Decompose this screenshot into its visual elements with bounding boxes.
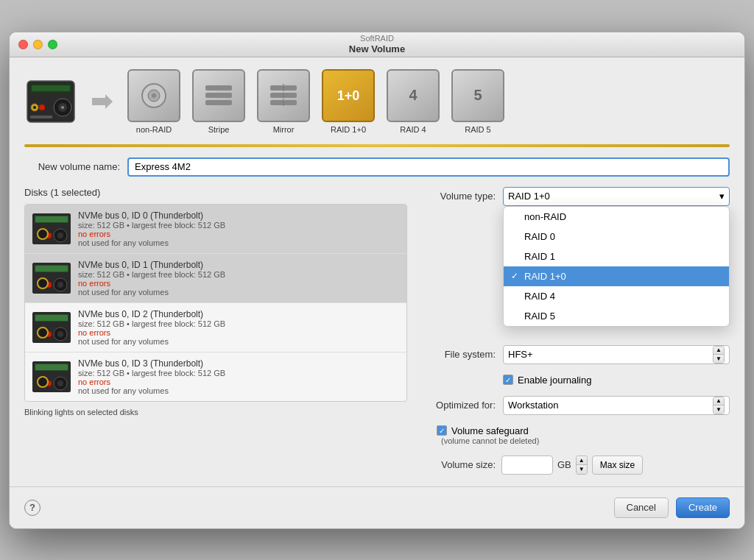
optimized-for-label: Optimized for:: [422, 400, 496, 411]
disk-info-1: NVMe bus 0, ID 1 (Thunderbolt) size: 512…: [78, 260, 399, 297]
svg-point-54: [40, 382, 43, 385]
svg-rect-42: [35, 315, 68, 321]
dd-label-raid0: RAID 0: [524, 231, 555, 242]
file-system-select[interactable]: HFS+ ▲ ▼: [503, 345, 730, 364]
disk-volumes-0: not used for any volumes: [78, 238, 399, 247]
dd-label-raid5: RAID 5: [524, 311, 555, 322]
disk-item-0[interactable]: NVMe bus 0, ID 0 (Thunderbolt) size: 512…: [25, 205, 406, 254]
svg-rect-26: [35, 216, 68, 222]
optimized-stepper-up[interactable]: ▲: [714, 397, 724, 406]
svg-rect-2: [32, 85, 70, 91]
safeguard-description: (volume cannot be deleted): [441, 436, 539, 445]
volume-size-controls: GB ▲ ▼ Max size: [501, 456, 643, 475]
journaling-row: ✓ Enable journaling: [503, 375, 730, 386]
checkmark-icon: ✓: [505, 376, 511, 384]
disk-name-1: NVMe bus 0, ID 1 (Thunderbolt): [78, 260, 399, 270]
svg-rect-6: [30, 116, 52, 118]
file-system-select-wrapper: HFS+ ▲ ▼: [503, 345, 730, 364]
raid-type-stripe[interactable]: Stripe: [192, 69, 245, 134]
file-system-stepper: ▲ ▼: [713, 346, 725, 364]
disk-status-3: no errors: [78, 378, 399, 386]
dd-check-icon: ✓: [511, 271, 518, 281]
disk-info-2: NVMe bus 0, ID 2 (Thunderbolt) size: 512…: [78, 309, 399, 346]
svg-text:1+0: 1+0: [337, 88, 360, 103]
disk-name-2: NVMe bus 0, ID 2 (Thunderbolt): [78, 309, 399, 319]
raid-type-mirror[interactable]: Mirror: [257, 69, 310, 134]
bottom-bar: ? Cancel Create: [10, 486, 744, 528]
svg-text:5: 5: [473, 87, 482, 103]
disk-item-3[interactable]: NVMe bus 0, ID 3 (Thunderbolt) size: 512…: [25, 352, 406, 401]
create-button[interactable]: Create: [676, 497, 730, 518]
main-columns: Disks (1 selected): [24, 187, 730, 475]
help-button[interactable]: ?: [24, 500, 40, 516]
volume-size-label: Volume size:: [422, 459, 496, 470]
cancel-button[interactable]: Cancel: [614, 497, 669, 518]
minimize-button[interactable]: [33, 40, 43, 49]
app-name: SoftRAID: [360, 34, 394, 43]
main-window: SoftRAID New Volume: [9, 32, 745, 529]
disk-size-0: size: 512 GB • largest free block: 512 G…: [78, 221, 399, 230]
svg-point-29: [38, 232, 45, 239]
file-system-label: File system:: [422, 349, 496, 360]
disk-list: NVMe bus 0, ID 0 (Thunderbolt) size: 512…: [24, 204, 407, 402]
svg-rect-50: [35, 364, 68, 370]
raid-type-non-raid[interactable]: non-RAID: [127, 69, 180, 134]
volume-size-input[interactable]: [501, 456, 553, 475]
size-stepper-down[interactable]: ▼: [577, 465, 587, 474]
size-stepper-up[interactable]: ▲: [577, 456, 587, 466]
disks-header: Disks (1 selected): [24, 187, 407, 198]
optimized-stepper: ▲ ▼: [713, 397, 725, 414]
dd-option-raid4[interactable]: RAID 4: [504, 286, 729, 306]
svg-point-9: [39, 104, 45, 110]
size-stepper: ▲ ▼: [576, 456, 588, 475]
stepper-down[interactable]: ▼: [714, 355, 724, 363]
dd-option-raid1[interactable]: RAID 1: [504, 247, 729, 266]
svg-text:4: 4: [409, 87, 417, 103]
journaling-label: Enable journaling: [518, 375, 591, 386]
raid-type-raid4[interactable]: 4 RAID 4: [387, 69, 440, 134]
maximize-button[interactable]: [48, 40, 57, 49]
raid-type-raid10[interactable]: 1+0 RAID 1+0: [322, 69, 375, 134]
safeguard-checkbox[interactable]: ✓: [437, 425, 447, 436]
arrow-separator: [89, 88, 116, 115]
svg-point-39: [46, 282, 52, 288]
safeguard-check-icon: ✓: [439, 427, 445, 435]
dd-option-raid5[interactable]: RAID 5: [504, 306, 729, 326]
volume-size-row: Volume size: GB ▲ ▼ Max size: [422, 456, 730, 475]
raid-mirror-label: Mirror: [273, 125, 295, 134]
volume-name-input[interactable]: [127, 157, 730, 177]
gb-unit: GB: [557, 459, 571, 470]
max-size-button[interactable]: Max size: [592, 456, 643, 475]
optimized-stepper-down[interactable]: ▼: [714, 405, 724, 414]
volume-type-select[interactable]: RAID 1+0 ▾: [503, 187, 730, 206]
dd-option-raid0[interactable]: RAID 0: [504, 227, 729, 247]
optimized-for-select[interactable]: Workstation ▲ ▼: [503, 396, 730, 415]
raid-type-raid5[interactable]: 5 RAID 5: [451, 69, 504, 134]
dd-label-raid4: RAID 4: [524, 291, 555, 302]
svg-point-30: [40, 234, 43, 237]
disk-item-1[interactable]: NVMe bus 0, ID 1 (Thunderbolt) size: 512…: [25, 254, 406, 303]
raid-type-selector: non-RAID Stripe: [24, 69, 730, 134]
close-button[interactable]: [18, 40, 28, 49]
volume-type-label: Volume type:: [422, 191, 496, 202]
svg-point-38: [40, 283, 43, 286]
file-system-row: File system: HFS+ ▲ ▼: [422, 345, 730, 364]
stepper-up[interactable]: ▲: [714, 347, 724, 355]
disk-item-2[interactable]: NVMe bus 0, ID 2 (Thunderbolt) size: 512…: [25, 303, 406, 352]
disk-image-2: [32, 312, 71, 343]
disk-info-3: NVMe bus 0, ID 3 (Thunderbolt) size: 512…: [78, 358, 399, 395]
dd-option-non-raid[interactable]: non-RAID: [504, 207, 729, 227]
gold-divider: [24, 144, 730, 147]
dd-option-raid10[interactable]: ✓ RAID 1+0: [504, 266, 729, 286]
svg-point-5: [61, 106, 64, 109]
volume-type-value: RAID 1+0: [508, 191, 550, 202]
disk-volumes-2: not used for any volumes: [78, 337, 399, 346]
hdd-source-icon: [24, 75, 77, 128]
titlebar: SoftRAID New Volume: [10, 32, 744, 57]
journaling-checkbox[interactable]: ✓: [503, 375, 513, 385]
disk-image-0: [32, 213, 71, 244]
svg-rect-34: [35, 266, 68, 272]
svg-point-52: [57, 380, 63, 386]
svg-point-31: [46, 233, 52, 238]
svg-point-44: [57, 331, 63, 337]
